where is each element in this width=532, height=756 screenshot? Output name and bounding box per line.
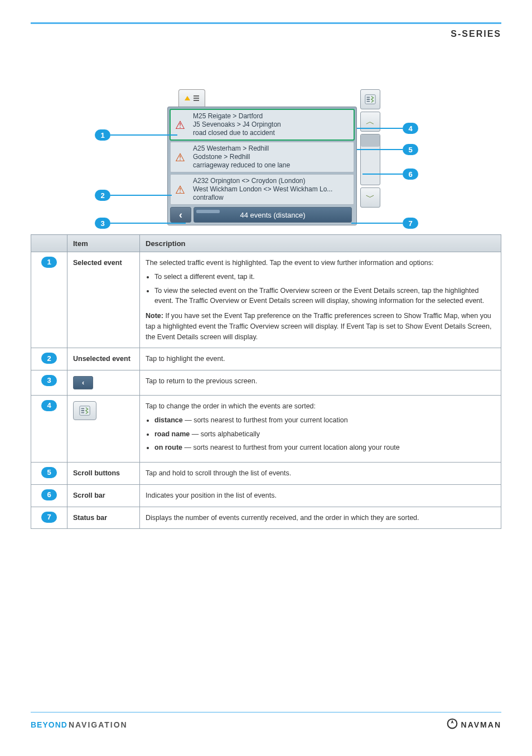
callout-1: 1	[95, 129, 110, 141]
scroll-down-button[interactable]: ﹀	[360, 187, 380, 208]
row-desc: Tap and hold to scroll through the list …	[140, 463, 501, 485]
footer-left: BEYONDNAVIGATION	[31, 720, 128, 729]
row-number: 6	[41, 489, 57, 500]
row-item: Selected event	[67, 252, 140, 348]
traffic-tab-icon[interactable]	[178, 89, 205, 107]
table-row: 3 ‹ Tap to return to the previous screen…	[31, 370, 501, 396]
row-desc: Tap to highlight the event.	[140, 348, 501, 370]
top-rule	[31, 22, 501, 24]
row-desc: Tap to change the order in which the eve…	[140, 396, 501, 463]
sort-button[interactable]	[360, 89, 380, 109]
row-number: 7	[41, 512, 57, 523]
description-table: Item Description 1 Selected event The se…	[31, 234, 501, 529]
row-item	[67, 396, 140, 463]
row-number: 5	[41, 467, 57, 478]
table-row: 7 Status bar Displays the number of even…	[31, 507, 501, 529]
series-label: S-SERIES	[451, 29, 501, 39]
row-number: 4	[41, 400, 57, 411]
row-item: Unselected event	[67, 348, 140, 370]
row-item: Status bar	[67, 507, 140, 529]
row-item: Scroll buttons	[67, 463, 140, 485]
status-bar: 44 events (distance)	[194, 207, 352, 223]
callout-4: 4	[403, 123, 418, 134]
table-row: 6 Scroll bar Indicates your position in …	[31, 484, 501, 507]
row-item: Scroll bar	[67, 484, 140, 507]
table-row: 4 Tap to change the order in which the e…	[31, 396, 501, 463]
road-closed-icon: ⚠	[171, 110, 190, 139]
row-desc: The selected traffic event is highlighte…	[140, 252, 501, 348]
events-panel: ︿ ﹀ ⚠ M25 Reigate > Dartford J5 Sevenoak…	[167, 107, 357, 225]
footer-right: NAVMAN	[447, 718, 501, 731]
row-item: ‹	[67, 370, 140, 396]
row-number: 2	[41, 353, 57, 364]
event-text: A25 Westerham > Redhill Godstone > Redhi…	[190, 142, 354, 172]
event-row[interactable]: ⚠ A25 Westerham > Redhill Godstone > Red…	[170, 142, 354, 172]
back-button[interactable]: ‹	[170, 207, 191, 223]
scroll-thumb	[361, 134, 380, 147]
roadworks-icon: ⚠	[171, 175, 190, 204]
table-row: 1 Selected event The selected traffic ev…	[31, 252, 501, 348]
traffic-events-screenshot: ︿ ﹀ ⚠ M25 Reigate > Dartford J5 Sevenoak…	[167, 89, 357, 225]
progress-indicator	[196, 210, 220, 213]
navman-logo-icon	[447, 718, 458, 731]
back-icon: ‹	[73, 376, 93, 389]
th-desc: Description	[140, 235, 501, 252]
callout-2: 2	[95, 190, 110, 201]
roadworks-icon: ⚠	[171, 142, 190, 172]
callout-7: 7	[403, 218, 418, 229]
row-desc: Tap to return to the previous screen.	[140, 370, 501, 396]
table-row: 5 Scroll buttons Tap and hold to scroll …	[31, 463, 501, 485]
status-text: 44 events (distance)	[240, 211, 305, 219]
svg-rect-1	[80, 406, 90, 416]
event-text: M25 Reigate > Dartford J5 Sevenoaks > J4…	[190, 110, 354, 139]
event-text: A232 Orpington <> Croydon (London) West …	[190, 175, 354, 204]
row-number: 3	[41, 375, 57, 386]
sort-icon	[73, 401, 96, 420]
callout-3: 3	[95, 218, 110, 229]
event-row-selected[interactable]: ⚠ M25 Reigate > Dartford J5 Sevenoaks > …	[170, 109, 354, 140]
table-row: 2 Unselected event Tap to highlight the …	[31, 348, 501, 370]
callout-5: 5	[403, 144, 418, 155]
page-footer: BEYONDNAVIGATION NAVMAN	[31, 712, 501, 731]
callout-6: 6	[403, 168, 418, 180]
svg-rect-0	[365, 95, 375, 104]
row-number: 1	[41, 257, 57, 268]
event-row[interactable]: ⚠ A232 Orpington <> Croydon (London) Wes…	[170, 174, 354, 205]
row-desc: Displays the number of events currently …	[140, 507, 501, 529]
th-item: Item	[67, 235, 140, 252]
scroll-bar[interactable]	[360, 134, 380, 185]
row-desc: Indicates your position in the list of e…	[140, 484, 501, 507]
scroll-up-button[interactable]: ︿	[360, 112, 380, 132]
warning-list-icon	[185, 94, 199, 103]
th-blank	[31, 235, 67, 252]
